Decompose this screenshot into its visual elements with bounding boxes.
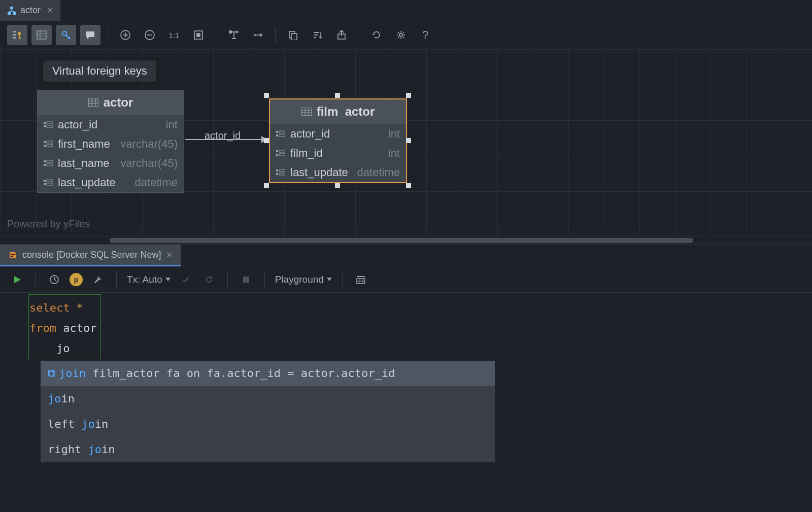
svg-rect-43 [47,141,53,143]
run-button[interactable] [9,271,25,288]
svg-rect-4 [13,34,16,36]
console-toolbar: p Tx: Auto Playground [0,266,812,293]
relation-label: actor_id [205,130,241,142]
tooltip: Virtual foreign keys [43,60,156,82]
svg-rect-52 [47,183,53,185]
playground-dropdown[interactable]: Playground [275,274,332,285]
console-tab[interactable]: console [Docker SQL Server New] ✕ [0,245,181,266]
close-icon[interactable]: ✕ [166,250,173,260]
svg-marker-72 [14,276,21,283]
console-icon [8,250,17,259]
svg-rect-50 [44,183,46,185]
column-name: first_name [58,138,110,151]
svg-point-6 [18,32,21,35]
resize-handle[interactable] [264,138,269,143]
export-button[interactable] [331,25,352,45]
resize-handle[interactable] [406,93,411,98]
svg-rect-61 [279,134,285,136]
entity-actor[interactable]: actor actor_id int first_name varchar(45… [37,90,184,193]
copy-button[interactable] [283,25,303,45]
statement-highlight [28,294,101,359]
svg-rect-62 [276,150,278,152]
close-icon[interactable]: ✕ [47,6,53,15]
svg-marker-23 [260,33,263,37]
svg-rect-65 [279,154,285,156]
svg-rect-39 [47,122,53,124]
help-button[interactable]: ? [415,25,435,45]
wrench-button[interactable] [90,271,106,288]
scrollbar-thumb[interactable] [110,238,693,243]
zoom-in-button[interactable] [115,25,136,45]
svg-marker-74 [165,278,171,281]
schema-selector-button[interactable]: p [70,273,83,286]
svg-marker-20 [236,30,239,33]
resize-handle[interactable] [264,183,269,188]
column-row[interactable]: first_name varchar(45) [38,134,184,154]
column-type: datetime [357,166,400,179]
svg-rect-37 [44,122,46,124]
column-type: varchar(45) [121,138,178,151]
svg-rect-40 [47,125,53,127]
column-row[interactable]: actor_id int [38,115,184,134]
resize-handle[interactable] [406,138,411,143]
column-row[interactable]: last_update datetime [270,163,406,182]
column-icon [44,140,53,148]
svg-rect-19 [229,30,232,33]
svg-rect-2 [10,7,13,9]
comments-button[interactable] [80,25,100,45]
autocomplete-item[interactable]: right join [41,437,495,462]
column-row[interactable]: last_update datetime [38,173,184,192]
resize-handle[interactable] [335,93,340,98]
settings-button[interactable] [391,25,411,45]
sql-editor[interactable]: select * from actor jo ⧉join film_actor … [0,293,812,462]
svg-rect-63 [276,154,278,156]
autocomplete-item[interactable]: left join [41,412,495,437]
key-columns-button[interactable] [7,25,27,45]
commit-button[interactable] [178,271,194,288]
sort-button[interactable] [307,25,327,45]
svg-marker-77 [327,278,332,281]
svg-rect-32 [88,98,98,107]
code-line: from actor [29,318,812,338]
quick-list-button[interactable] [353,271,369,288]
diagram-tab[interactable]: actor ✕ [0,0,60,21]
svg-rect-38 [44,125,46,127]
stop-button[interactable] [238,271,254,288]
diagram-toolbar: 1:1 ? [0,21,812,49]
fit-content-button[interactable] [188,25,209,45]
column-row[interactable]: actor_id int [270,124,406,144]
autocomplete-item[interactable]: ⧉join film_actor fa on fa.actor_id = act… [41,361,495,386]
console-tab-bar: console [Docker SQL Server New] ✕ [0,244,812,266]
column-type: varchar(45) [121,157,178,170]
virtual-foreign-keys-button[interactable] [56,25,76,45]
autocomplete-popup[interactable]: ⧉join film_actor fa on fa.actor_id = act… [41,361,495,462]
route-button[interactable] [248,25,268,45]
layout-button[interactable] [223,25,244,45]
svg-rect-3 [13,31,16,32]
svg-rect-7 [37,31,46,39]
tx-mode-dropdown[interactable]: Tx: Auto [127,274,171,285]
autocomplete-item[interactable]: join [41,386,495,412]
svg-rect-48 [47,164,53,166]
column-name: actor_id [290,127,330,141]
entity-film-actor[interactable]: film_actor actor_id int film_id int last… [269,98,407,183]
powered-by-label: Powered by yFiles [7,218,90,230]
column-row[interactable]: last_name varchar(45) [38,154,184,173]
svg-rect-42 [44,145,46,147]
column-row[interactable]: film_id int [270,144,406,163]
svg-rect-45 [44,160,46,162]
resize-handle[interactable] [335,183,340,188]
zoom-actual-button[interactable]: 1:1 [164,25,184,45]
column-name: last_update [290,166,348,179]
join-suggestion-icon: ⧉ [48,367,56,380]
history-button[interactable] [46,271,62,288]
horizontal-scrollbar[interactable] [0,236,812,244]
refresh-button[interactable] [366,25,387,45]
rollback-button[interactable] [201,271,217,288]
zoom-out-button[interactable] [140,25,160,45]
all-columns-button[interactable] [31,25,52,45]
svg-marker-75 [209,276,212,279]
resize-handle[interactable] [264,93,269,98]
resize-handle[interactable] [406,183,411,188]
diagram-canvas[interactable]: Virtual foreign keys actor actor_id int … [0,49,812,236]
